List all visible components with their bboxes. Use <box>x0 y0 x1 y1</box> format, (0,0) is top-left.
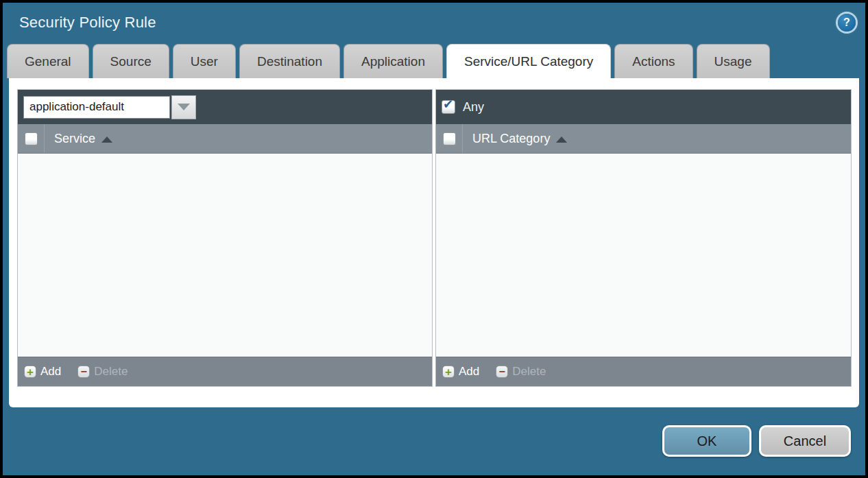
service-list-body <box>18 154 432 357</box>
tab-user[interactable]: User <box>173 44 236 78</box>
minus-icon: − <box>77 366 90 378</box>
service-delete-button[interactable]: − Delete <box>77 365 128 379</box>
url-category-select-all-checkbox[interactable] <box>443 132 456 145</box>
tab-usage[interactable]: Usage <box>697 44 770 78</box>
service-panel-footer: + Add − Delete <box>18 357 432 386</box>
chevron-down-icon <box>178 104 190 110</box>
service-add-button[interactable]: + Add <box>24 365 61 379</box>
tab-destination[interactable]: Destination <box>239 44 340 78</box>
help-icon[interactable]: ? <box>838 14 856 32</box>
delete-button-label: Delete <box>94 365 128 379</box>
screenshot-frame: Security Policy Rule ? General Source Us… <box>0 0 868 478</box>
service-column-header: Service <box>18 124 432 154</box>
sort-ascending-icon <box>556 136 567 143</box>
tab-label: Actions <box>632 54 675 69</box>
dialog-body: Service + Add − Delete <box>9 78 859 407</box>
service-column-sort[interactable]: Service <box>45 124 112 153</box>
security-policy-rule-dialog: Security Policy Rule ? General Source Us… <box>3 3 865 475</box>
checkmark-icon: ✔ <box>443 98 453 110</box>
service-column-label: Service <box>54 132 95 146</box>
service-type-dropdown-input[interactable] <box>23 96 170 119</box>
url-category-list-body <box>436 154 851 357</box>
tab-label: Application <box>361 54 425 69</box>
tab-label: Destination <box>257 54 322 69</box>
tab-actions[interactable]: Actions <box>614 44 692 78</box>
any-checkbox-label: Any <box>463 100 484 115</box>
tab-label: General <box>25 54 71 69</box>
help-icon-glyph: ? <box>843 16 850 29</box>
service-select-all-cell <box>18 124 45 153</box>
dialog-titlebar: Security Policy Rule ? <box>3 3 865 43</box>
ok-button[interactable]: OK <box>662 425 751 457</box>
tab-label: User <box>191 54 218 69</box>
url-category-select-all-cell <box>436 124 463 153</box>
dialog-title: Security Policy Rule <box>19 14 156 32</box>
tab-bar: General Source User Destination Applicat… <box>3 43 865 78</box>
dialog-action-band: OK Cancel <box>3 407 865 475</box>
add-button-label: Add <box>459 365 479 379</box>
tab-label: Source <box>110 54 152 69</box>
minus-icon: − <box>496 366 508 378</box>
url-category-add-button[interactable]: + Add <box>442 365 479 379</box>
plus-icon: + <box>24 366 36 378</box>
service-select-all-checkbox[interactable] <box>25 132 38 145</box>
service-type-dropdown-button[interactable] <box>171 95 196 119</box>
add-button-label: Add <box>40 365 61 379</box>
service-panel: Service + Add − Delete <box>17 89 433 387</box>
url-category-column-sort[interactable]: URL Category <box>463 124 567 153</box>
tab-application[interactable]: Application <box>343 44 443 78</box>
tab-label: Service/URL Category <box>464 54 593 69</box>
url-category-panel-header: ✔ Any <box>436 90 851 124</box>
tab-label: Usage <box>714 54 752 69</box>
delete-button-label: Delete <box>512 365 546 379</box>
sort-ascending-icon <box>101 136 112 143</box>
cancel-button[interactable]: Cancel <box>759 425 851 457</box>
url-category-delete-button[interactable]: − Delete <box>496 365 546 379</box>
service-panel-header <box>18 90 432 124</box>
any-checkbox[interactable]: ✔ <box>442 100 455 114</box>
url-category-panel-footer: + Add − Delete <box>436 357 851 386</box>
url-category-panel: ✔ Any URL Category + <box>435 89 852 387</box>
tab-source[interactable]: Source <box>93 44 169 78</box>
tab-general[interactable]: General <box>7 44 89 78</box>
tab-service-url-category[interactable]: Service/URL Category <box>446 44 611 78</box>
url-category-column-header: URL Category <box>436 124 851 154</box>
url-category-column-label: URL Category <box>472 132 550 146</box>
plus-icon: + <box>442 366 455 378</box>
